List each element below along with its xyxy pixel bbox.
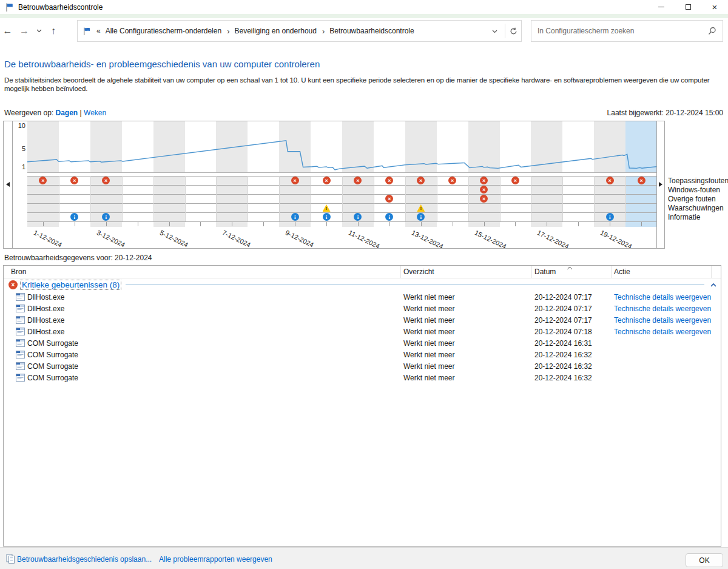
application-icon	[16, 362, 25, 370]
close-icon: ×	[712, 2, 718, 12]
table-row[interactable]: COM SurrogateWerkt niet meer20-12-2024 1…	[4, 349, 721, 360]
event-row-label: Toepassingsfouten	[668, 177, 728, 186]
breadcrumb-item[interactable]: Alle Configuratiescherm-onderdelen	[106, 27, 221, 35]
chart-x-tick	[263, 222, 264, 226]
collapse-group-icon[interactable]	[710, 283, 716, 287]
event-row-label: Windows-fouten	[668, 186, 728, 195]
scroll-right-icon	[659, 182, 662, 187]
view-weeks-link[interactable]: Weken	[84, 109, 106, 117]
event-row-label: Waarschuwingen	[668, 204, 728, 213]
chart-row-labels: ToepassingsfoutenWindows-foutenOverige f…	[668, 177, 728, 222]
view-days-link[interactable]: Dagen	[56, 109, 78, 117]
table-row[interactable]: COM SurrogateWerkt niet meer20-12-2024 1…	[4, 372, 721, 383]
minimize-button[interactable]	[648, 0, 675, 14]
save-history-link[interactable]: Betrouwbaarheidsgeschiedenis opslaan...	[17, 555, 152, 564]
row-overview: Werkt niet meer	[401, 339, 532, 348]
group-row-critical-events[interactable]: × Kritieke gebeurtenissen (8)	[4, 278, 721, 291]
refresh-button[interactable]	[505, 27, 521, 35]
search-input[interactable]	[538, 27, 708, 35]
technical-details-link[interactable]: Technische details weergeven	[614, 328, 711, 336]
row-date: 20-12-2024 16:32	[532, 351, 612, 359]
column-header-actie[interactable]: Actie	[612, 266, 712, 278]
last-updated: Laatst bijgewerkt: 20-12-2024 15:00	[607, 109, 723, 117]
back-button[interactable]: ←	[2, 18, 13, 44]
row-date: 20-12-2024 16:32	[532, 362, 612, 371]
error-event-icon[interactable]: ×	[638, 177, 645, 184]
breadcrumb-item[interactable]: Beveiliging en onderhoud	[234, 27, 316, 35]
technical-details-link[interactable]: Technische details weergeven	[614, 305, 711, 313]
row-source: COM Surrogate	[27, 351, 78, 359]
info-event-icon[interactable]: i	[323, 213, 331, 221]
minimize-icon	[658, 7, 664, 7]
ok-button[interactable]: OK	[686, 553, 723, 567]
breadcrumb-item[interactable]: Betrouwbaarheidscontrole	[329, 27, 414, 35]
technical-details-link[interactable]: Technische details weergeven	[614, 293, 711, 301]
group-divider-line	[126, 284, 704, 285]
stability-chart: 1051 ××××××××××××××××!!iiiiiiii1-12-2024…	[3, 121, 665, 249]
footer-bar: Betrouwbaarheidsgeschiedenis opslaan... …	[0, 547, 728, 569]
error-event-icon[interactable]: ×	[511, 177, 519, 184]
error-event-icon[interactable]: ×	[480, 195, 488, 203]
search-icon[interactable]	[708, 27, 716, 35]
chart-x-tick	[484, 222, 485, 226]
refresh-icon	[510, 27, 517, 35]
view-all-reports-link[interactable]: Alle probleemrapporten weergeven	[159, 555, 272, 564]
chart-column-separator	[531, 176, 531, 221]
chart-x-tick	[138, 222, 138, 226]
chart-column-separator	[216, 176, 217, 221]
row-date: 20-12-2024 16:31	[532, 339, 612, 348]
chart-x-tick	[641, 222, 642, 226]
row-overview: Werkt niet meer	[401, 293, 532, 301]
chart-column-separator	[500, 176, 500, 221]
table-row[interactable]: DllHost.exeWerkt niet meer20-12-2024 07:…	[4, 291, 721, 303]
page-title: De betrouwbaarheids- en probleemgeschied…	[4, 59, 320, 69]
row-source: COM Surrogate	[27, 362, 78, 371]
close-button[interactable]: ×	[701, 0, 728, 14]
column-header-bron[interactable]: Bron	[4, 266, 401, 278]
up-button[interactable]: ↑	[48, 18, 59, 44]
chart-column-separator	[153, 176, 154, 221]
column-header-overzicht[interactable]: Overzicht	[401, 266, 532, 278]
chart-column-separator	[594, 176, 595, 221]
info-event-icon[interactable]: i	[606, 213, 614, 221]
address-dropdown-button[interactable]	[492, 27, 497, 35]
error-event-icon[interactable]: ×	[480, 177, 488, 184]
chart-x-tick	[200, 222, 201, 226]
title-bar: Betrouwbaarheidscontrole ×	[0, 0, 728, 14]
chart-x-label: 1-12-2024	[33, 229, 63, 248]
technical-details-link[interactable]: Technische details weergeven	[614, 316, 711, 325]
application-icon	[16, 351, 25, 359]
chart-x-tick	[358, 222, 359, 226]
chart-x-tick	[515, 222, 516, 226]
row-source: DllHost.exe	[27, 316, 64, 325]
table-row[interactable]: DllHost.exeWerkt niet meer20-12-2024 07:…	[4, 303, 721, 314]
chevron-down-icon	[492, 30, 497, 33]
error-event-icon[interactable]: ×	[291, 177, 299, 184]
breadcrumb-overflow[interactable]: «	[96, 27, 101, 35]
chart-scroll-left[interactable]	[4, 121, 13, 248]
table-row[interactable]: COM SurrogateWerkt niet meer20-12-2024 1…	[4, 337, 721, 349]
address-bar[interactable]: « Alle Configuratiescherm-onderdelen›Bev…	[77, 20, 522, 42]
row-date: 20-12-2024 07:17	[532, 293, 612, 301]
group-label[interactable]: Kritieke gebeurtenissen (8)	[21, 280, 121, 289]
row-overview: Werkt niet meer	[401, 351, 532, 359]
table-row[interactable]: COM SurrogateWerkt niet meer20-12-2024 1…	[4, 360, 721, 372]
error-event-icon[interactable]: ×	[480, 186, 488, 194]
maximize-icon	[686, 4, 691, 10]
table-row[interactable]: DllHost.exeWerkt niet meer20-12-2024 07:…	[4, 326, 721, 337]
table-row[interactable]: DllHost.exeWerkt niet meer20-12-2024 07:…	[4, 314, 721, 326]
row-source: COM Surrogate	[27, 374, 78, 382]
chart-column-separator	[279, 176, 280, 221]
info-event-icon[interactable]: i	[291, 213, 299, 221]
maximize-button[interactable]	[675, 0, 701, 14]
row-overview: Werkt niet meer	[401, 374, 532, 382]
critical-error-icon: ×	[8, 280, 18, 289]
chart-plot-area[interactable]: ××××××××××××××××!!iiiiiiii1-12-20243-12-…	[27, 121, 657, 248]
chart-scroll-right[interactable]	[657, 121, 664, 248]
sort-ascending-icon	[567, 266, 573, 270]
error-event-icon[interactable]: ×	[606, 177, 614, 184]
recent-pages-dropdown[interactable]	[35, 18, 43, 44]
forward-button[interactable]: →	[19, 18, 30, 44]
error-event-icon[interactable]: ×	[323, 177, 331, 184]
view-toggle: Weergeven op: Dagen | Weken	[4, 109, 106, 117]
